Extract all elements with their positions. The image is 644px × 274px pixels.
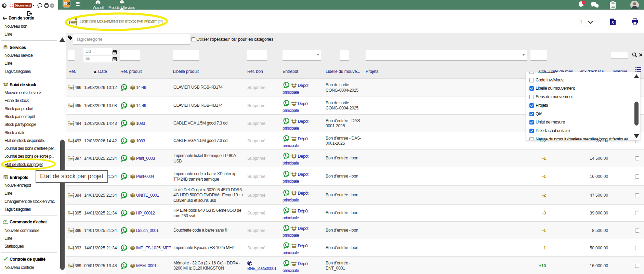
svg-text:X: X [612, 21, 614, 24]
